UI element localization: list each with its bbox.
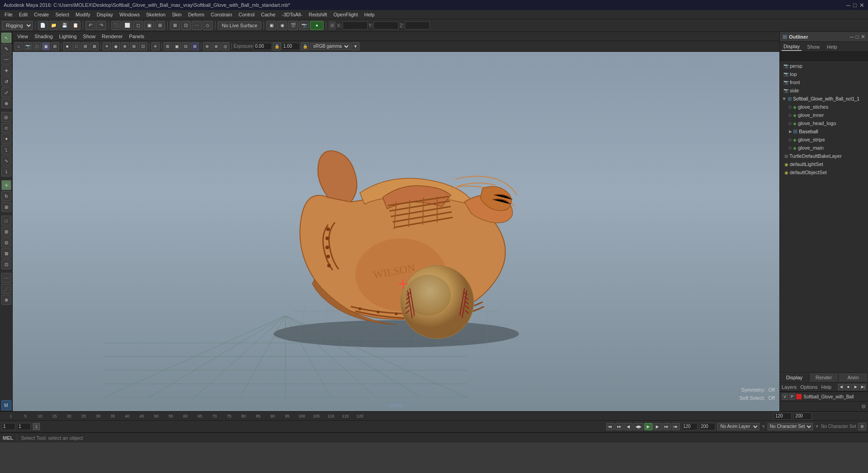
vp-img-plane[interactable]: ◎ (221, 42, 229, 50)
outliner-tab-help[interactable]: Help (825, 43, 839, 50)
vp-cam1[interactable]: 📷 (24, 42, 32, 50)
snap-4[interactable]: ◇ (203, 21, 213, 30)
z-input[interactable] (405, 21, 430, 30)
viewport-menu-lighting[interactable]: Lighting (56, 33, 80, 40)
menu-display[interactable]: Display (94, 11, 116, 18)
pb-prev-frame[interactable]: ◀ (624, 423, 633, 430)
start-frame-input[interactable]: 1 (2, 423, 15, 430)
x-input[interactable] (343, 21, 368, 30)
mode-select[interactable]: Rigging (2, 21, 33, 30)
move2[interactable]: ✛ (1, 180, 11, 190)
minimize-btn[interactable]: ─ (846, 2, 850, 9)
rotate-tool[interactable]: ↺ (1, 76, 11, 86)
scale-tool[interactable]: ⤢ (1, 87, 11, 97)
pb-next-key[interactable]: ⏭ (663, 423, 671, 430)
viewport-menu-renderer[interactable]: Renderer (99, 33, 125, 40)
exposure-input[interactable]: 0.00 (254, 43, 272, 50)
vp-xray[interactable]: ⊠ (191, 42, 199, 50)
opb-stop[interactable]: ■ (845, 384, 852, 390)
render-2[interactable]: ◉ (277, 21, 287, 30)
menu-cache[interactable]: Cache (258, 11, 278, 18)
outliner-close[interactable]: ✕ (861, 34, 865, 40)
tool-1[interactable]: ⬛ (111, 21, 121, 30)
sculpt-tool[interactable]: 〰 (1, 55, 11, 65)
pb-prev-key[interactable]: ⏭ (615, 423, 624, 430)
view-3[interactable]: ⊟ (1, 237, 11, 247)
vp-exp-lock[interactable]: 🔒 (273, 42, 281, 50)
extra-3[interactable]: ⊗ (1, 295, 11, 305)
soft-mod[interactable]: ◎ (1, 112, 11, 122)
extra-2[interactable]: ⋰ (1, 284, 11, 294)
redirect[interactable]: ⤵ (1, 145, 11, 155)
vp-light2[interactable]: ◉ (112, 42, 120, 50)
menu-3dtoall[interactable]: -3DToAll- (279, 11, 305, 18)
viewport-menu-shading[interactable]: Shading (32, 33, 55, 40)
vp-shading2[interactable]: □ (72, 42, 80, 50)
current-frame-input[interactable]: 1 (17, 423, 31, 430)
vp-cam4[interactable]: ⊞ (51, 42, 59, 50)
vp-snap1[interactable]: ⊡ (139, 42, 147, 50)
options-opt[interactable]: Options (800, 384, 818, 390)
menu-redshift[interactable]: Redshift (306, 11, 329, 18)
snap-1[interactable]: ⊠ (170, 21, 180, 30)
outliner-tab-show[interactable]: Show (805, 43, 822, 50)
save-as-btn[interactable]: 📋 (70, 21, 80, 30)
vp-grid[interactable]: ⊞ (130, 42, 138, 50)
menu-openflight[interactable]: OpenFlight (331, 11, 361, 18)
anim-end-input[interactable] (699, 423, 715, 430)
snap-2[interactable]: ⊡ (181, 21, 191, 30)
show-manip[interactable]: ⊕ (1, 98, 11, 108)
close-btn[interactable]: ✕ (859, 2, 864, 9)
render-3[interactable]: 🎬 (288, 21, 298, 30)
vp-home[interactable]: ⌂ (15, 42, 23, 50)
view-4[interactable]: ⊠ (1, 248, 11, 258)
tree-item-glove-inner[interactable]: ▷ ◆ glove_inner (780, 111, 868, 119)
vp-gamma-lock[interactable]: 🔒 (301, 42, 309, 50)
curve-2[interactable]: ⤹ (1, 166, 11, 176)
bottom-tab-anim[interactable]: Anim (838, 373, 868, 382)
select-tool[interactable]: ↖ (1, 33, 11, 43)
menu-constrain[interactable]: Constrain (208, 11, 235, 18)
paint-sel[interactable]: ✦ (1, 134, 11, 144)
tree-item-glove-headlogo[interactable]: ▷ ◆ glove_head_logo (780, 119, 868, 127)
vp-light1[interactable]: ☀ (103, 42, 111, 50)
view-1[interactable]: □ (1, 216, 11, 226)
tree-item-glove-stripe[interactable]: ▷ ◆ glove_stripe (780, 136, 868, 144)
layer-v-btn[interactable]: V (782, 393, 788, 400)
new-btn[interactable]: 📄 (38, 21, 48, 30)
vp-move[interactable]: ✛ (151, 42, 160, 50)
vp-shading3[interactable]: ⊞ (81, 42, 90, 50)
viewport-menu-show[interactable]: Show (80, 33, 99, 40)
lasso[interactable]: ⊂ (1, 123, 11, 133)
vp-resolution[interactable]: ▣ (173, 42, 181, 50)
vp-shading1[interactable]: ■ (63, 42, 71, 50)
menu-skin[interactable]: Skin (169, 11, 184, 18)
timeline-settings-btn[interactable]: ⚙ (858, 423, 866, 430)
range-end-input[interactable] (682, 423, 698, 430)
tool-5[interactable]: ⊞ (155, 21, 165, 30)
bottom-tab-render[interactable]: Render (809, 373, 839, 382)
anim-layer-select[interactable]: No Anim Layer (717, 423, 759, 430)
opb-prev[interactable]: ◀ (838, 384, 844, 390)
layers-opt[interactable]: Layers (782, 384, 797, 390)
vp-shading4[interactable]: ⊠ (90, 42, 99, 50)
vp-cam-book[interactable]: ⊞ (164, 42, 172, 50)
tree-item-glove-stiches[interactable]: ▷ ◆ glove_stiches (780, 103, 868, 111)
viewport-menu-panels[interactable]: Panels (126, 33, 147, 40)
menu-help[interactable]: Help (361, 11, 377, 18)
viewport-menu-view[interactable]: View (15, 33, 31, 40)
tool-2[interactable]: ⬜ (122, 21, 132, 30)
tree-item-top[interactable]: 📷 top (780, 70, 868, 78)
tree-item-front[interactable]: 📷 front (780, 78, 868, 86)
view-2[interactable]: ⊞ (1, 226, 11, 236)
max-frame-input[interactable] (773, 413, 792, 420)
bottom-tab-display[interactable]: Display (780, 373, 809, 382)
menu-create[interactable]: Create (31, 11, 52, 18)
render-4[interactable]: 📷 (299, 21, 309, 30)
title-bar-controls[interactable]: ─ □ ✕ (846, 2, 864, 9)
render-5[interactable]: ● (310, 21, 324, 30)
no-live-surface-btn[interactable]: No Live Surface (218, 21, 261, 30)
extra-1[interactable]: ⋯ (1, 273, 11, 283)
tree-item-baseball[interactable]: ▶ ⊞ Baseball (780, 127, 868, 136)
gamma-input[interactable]: 1.00 (282, 43, 300, 50)
